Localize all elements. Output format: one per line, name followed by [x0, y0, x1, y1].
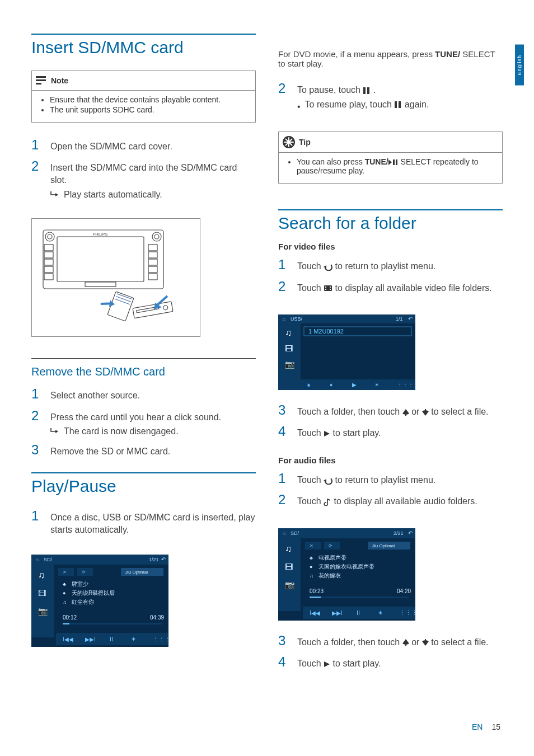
step-text-part: To pause, touch [297, 85, 363, 95]
svg-rect-64 [63, 623, 69, 624]
svg-text:I◀◀: I◀◀ [310, 610, 320, 616]
page-footer: EN 15 [472, 722, 500, 731]
play-icon [324, 430, 330, 437]
svg-text:●: ● [63, 590, 65, 596]
svg-text:Jiu Optimal: Jiu Optimal [125, 570, 148, 575]
svg-text:📷: 📷 [285, 580, 295, 590]
svg-text:⌂: ⌂ [36, 557, 39, 562]
svg-text:🎞: 🎞 [285, 344, 293, 353]
svg-rect-32 [148, 266, 157, 273]
step-text: Remove the SD or MMC card. [50, 445, 256, 458]
step-text-part: Touch [297, 428, 324, 438]
svg-rect-18 [57, 237, 144, 281]
footer-page-number: 15 [491, 722, 500, 731]
svg-text:2/21: 2/21 [394, 530, 404, 536]
svg-text:SD/: SD/ [44, 557, 53, 562]
note-item: The unit supports SDHC card. [50, 105, 247, 114]
svg-text:牌室少: 牌室少 [72, 581, 88, 587]
svg-text:I◀◀: I◀◀ [63, 636, 73, 642]
svg-text:⌂: ⌂ [283, 530, 285, 536]
note-label: Note [51, 76, 68, 85]
step-text-part: to start play. [330, 659, 381, 668]
svg-text:✶: ✶ [131, 636, 136, 642]
player-screenshot-sd2: ⌂ SD/ 2/21 ↶ ♫ 🎞 📷 ✕ ⟳ Jiu Optimal ♣电视原声… [278, 528, 415, 621]
tip-item: You can also press TUNE/ SELECT repeated… [297, 157, 494, 175]
substep-text: To resume play, touch [305, 100, 395, 109]
step-number: 4 [278, 422, 297, 440]
pause-steps: 2 To pause, touch . • To resume play, to… [278, 79, 503, 116]
svg-point-21 [152, 232, 161, 241]
step-result: The card is now disengaged. [64, 425, 179, 438]
step-text-part: or [409, 407, 422, 416]
step-text-part: or [409, 637, 422, 647]
svg-rect-35 [107, 292, 134, 321]
svg-text:✶: ✶ [378, 609, 383, 616]
svg-point-22 [48, 234, 52, 239]
step-number: 2 [278, 491, 297, 509]
tip-label: Tip [299, 138, 311, 147]
step-text-part: to select a file. [429, 407, 489, 416]
svg-text:📷: 📷 [38, 607, 48, 616]
svg-rect-114 [310, 597, 321, 598]
step-text-part: to return to playlist menu. [332, 475, 435, 485]
music-note-icon [324, 498, 331, 506]
svg-text:04:39: 04:39 [150, 614, 164, 621]
svg-text:♫: ♫ [63, 599, 67, 605]
return-icon [324, 477, 332, 485]
audio-steps-a: 1 Touch to return to playlist menu. 2 To… [278, 469, 503, 513]
svg-text:▶▶I: ▶▶I [85, 636, 96, 642]
svg-text:↶: ↶ [161, 556, 166, 562]
step-number: 2 [278, 79, 297, 97]
tip-icon [282, 135, 296, 149]
svg-text:⋮⋮⋮: ⋮⋮⋮ [399, 609, 415, 616]
svg-text:天的说R碟得以后: 天的说R碟得以后 [72, 590, 115, 596]
video-files-label: For video files [278, 242, 503, 251]
svg-text:♫: ♫ [38, 570, 45, 580]
step-number: 1 [31, 136, 50, 154]
svg-text:1  M2U00192: 1 M2U00192 [308, 328, 344, 335]
step-text-part: to return to playlist menu. [332, 261, 435, 271]
step-text: Select another source. [50, 389, 256, 402]
step-number: 1 [278, 469, 297, 487]
svg-rect-30 [148, 252, 157, 258]
step-text-part: to display all available audio folders. [331, 496, 477, 506]
step-number: 1 [278, 256, 297, 274]
svg-text:⋮⋮⋮: ⋮⋮⋮ [397, 382, 414, 388]
heading-remove-sdmmc: Remove the SD/MMC card [31, 358, 256, 378]
svg-text:花的嫁衣: 花的嫁衣 [318, 572, 341, 579]
svg-rect-29 [148, 245, 157, 251]
right-column: For DVD movie, if a menu appears, press … [278, 34, 503, 728]
svg-text:1/21: 1/21 [149, 557, 159, 562]
svg-text:♣: ♣ [63, 581, 66, 587]
result-arrow-icon [50, 428, 59, 434]
svg-text:II: II [357, 609, 360, 616]
play-icon [324, 661, 330, 668]
step-number: 2 [278, 278, 297, 295]
note-callout: Note Ensure that the device contains pla… [31, 71, 256, 123]
svg-text:↶: ↶ [408, 530, 413, 536]
step-text-part: to display all available video file fold… [332, 283, 492, 293]
svg-point-23 [154, 234, 159, 239]
svg-rect-26 [44, 259, 53, 265]
svg-text:电视原声带: 电视原声带 [318, 555, 346, 561]
step-number: 4 [278, 653, 297, 671]
svg-rect-83 [278, 379, 415, 390]
result-arrow-icon [50, 191, 59, 198]
audio-steps-b: 3 Touch a folder, then touch or to selec… [278, 632, 503, 675]
svg-text:天国的嫁衣电视原声带: 天国的嫁衣电视原声带 [318, 564, 374, 570]
svg-text:SD/: SD/ [291, 530, 299, 536]
svg-text:♣: ♣ [310, 555, 313, 561]
step-number: 2 [31, 157, 50, 175]
svg-rect-17 [43, 230, 163, 289]
svg-text:⟳: ⟳ [329, 543, 332, 548]
step-number: 3 [278, 632, 297, 650]
svg-rect-24 [44, 245, 53, 251]
step-text-part: Touch [297, 475, 324, 485]
svg-text:⌂: ⌂ [283, 316, 285, 322]
remove-steps: 1Select another source. 2 Press the card… [31, 385, 256, 462]
video-steps-b: 3 Touch a folder, then touch or to selec… [278, 401, 503, 444]
svg-text:🎞: 🎞 [285, 562, 293, 571]
return-icon [324, 263, 332, 271]
pause-icon [394, 101, 402, 109]
svg-text:♫: ♫ [285, 544, 292, 553]
